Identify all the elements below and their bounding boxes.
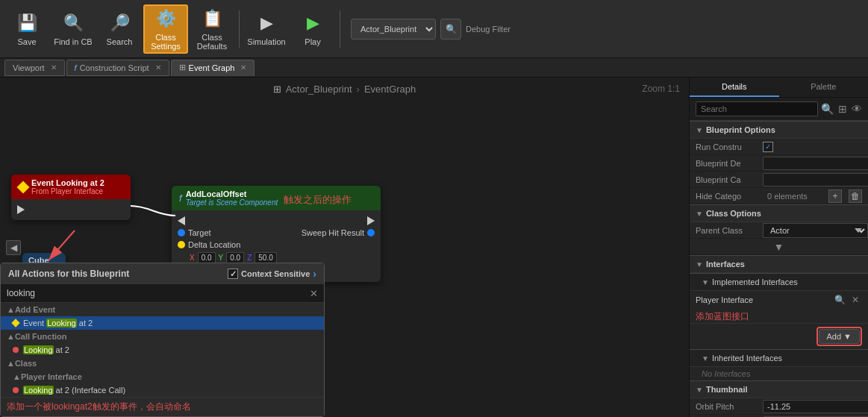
section-interfaces[interactable]: ▼ Interfaces xyxy=(690,255,868,273)
delta-in-pin xyxy=(178,241,185,248)
event-diamond-icon xyxy=(17,181,30,193)
addoffset-exec-row xyxy=(178,215,375,227)
simulation-icon: ▶ xyxy=(255,11,278,35)
addoffset-title: AddLocalOffset xyxy=(186,189,278,198)
debug-filter-area: Actor_Blueprint 🔍 Debug Filter xyxy=(351,19,511,40)
defaults-icon: 📋 xyxy=(200,7,224,31)
search-icon: 🔎 xyxy=(107,11,131,35)
tab-construction-close[interactable]: ✕ xyxy=(155,63,161,72)
interfaces-player-interface-row: Player Interface 🔍 ✕ xyxy=(690,291,868,309)
add-interface-button[interactable]: Add ▼ xyxy=(819,329,860,344)
prop-blueprint-ca: Blueprint Ca xyxy=(690,172,868,188)
debug-search-button[interactable]: 🔍 xyxy=(440,19,461,40)
tab-bar: Viewport ✕ f Construction Script ✕ ⊞ Eve… xyxy=(0,58,868,78)
settings-icon: ⚙️ xyxy=(154,7,178,31)
addoffset-subtitle: Target is Scene Component xyxy=(186,198,278,207)
section-thumbnail[interactable]: ▼ Thumbnail xyxy=(690,380,868,398)
details-eye-icon[interactable]: 👁 xyxy=(852,103,862,115)
main-area: ⊞ Actor_Blueprint › EventGraph Zoom 1:1 … xyxy=(0,78,868,417)
action-category-class: ▲Class xyxy=(1,357,324,370)
simulation-button[interactable]: ▶ Simulation xyxy=(244,4,289,54)
details-search: 🔍 ⊞ 👁 xyxy=(690,98,868,121)
tab-viewport[interactable]: Viewport ✕ xyxy=(4,60,65,76)
event-diamond-icon xyxy=(11,319,19,327)
action-item-looking-at-2[interactable]: Looking at 2 xyxy=(1,343,324,357)
exec-out-pin xyxy=(17,205,25,214)
play-button[interactable]: ▶ Play xyxy=(290,4,335,54)
action-category-call-function: ▲Call Function xyxy=(1,330,324,343)
section-inherited-interfaces[interactable]: ▼ Inherited Interfaces xyxy=(690,349,868,367)
blueprint-de-input[interactable] xyxy=(763,157,868,170)
hide-categ-add-button[interactable]: + xyxy=(828,189,842,203)
action-item-looking-interface-call[interactable]: Looking at 2 (Interface Call) xyxy=(1,383,324,397)
event-node-exec-row xyxy=(17,204,125,216)
action-panel-header: All Actions for this Blueprint ✓ Context… xyxy=(1,263,324,284)
prop-class-dropdown-arrow: ▼ xyxy=(690,239,868,255)
action-panel: All Actions for this Blueprint ✓ Context… xyxy=(0,263,325,417)
event-node-title: Event Looking at 2 xyxy=(31,178,104,187)
interface-remove-button[interactable]: ✕ xyxy=(849,293,862,307)
context-sensitive-checkbox[interactable]: ✓ xyxy=(228,269,238,279)
event-node[interactable]: Event Looking at 2 From Player Interface xyxy=(11,175,131,220)
section-implemented-interfaces[interactable]: ▼ Implemented Interfaces xyxy=(690,273,868,291)
sweep-hit-pin xyxy=(367,229,375,236)
action-list: ▲Add Event Event Looking at 2 ▲Call Func… xyxy=(1,303,324,397)
no-interfaces-label: No Interfaces xyxy=(690,367,868,380)
function-circle-icon xyxy=(13,347,19,353)
class-settings-button[interactable]: ⚙️ Class Settings xyxy=(143,4,188,54)
add-interfaces-row: Add ▼ xyxy=(690,323,868,349)
details-view-toggle[interactable]: ⊞ xyxy=(838,103,847,115)
canvas-nav-left[interactable]: ◀ xyxy=(6,240,21,255)
action-search-input[interactable] xyxy=(1,284,304,302)
run-constru-checkbox[interactable] xyxy=(763,142,773,152)
tab-details[interactable]: Details xyxy=(690,78,779,97)
details-search-icon[interactable]: 🔍 xyxy=(821,103,834,115)
right-panel: Details Palette 🔍 ⊞ 👁 ▼ Blueprint Option… xyxy=(689,78,868,417)
search-clear-button[interactable]: ✕ xyxy=(304,285,324,302)
breadcrumb: ⊞ Actor_Blueprint › EventGraph xyxy=(273,84,416,95)
event-node-subtitle: From Player Interface xyxy=(31,187,104,195)
addoffset-target-row: Target Sweep Hit Result xyxy=(178,227,375,239)
annotation-add-interface: 添加蓝图接口 xyxy=(690,309,868,323)
orbit-pitch-input[interactable] xyxy=(763,400,868,413)
annotation-trigger: 触发之后的操作 xyxy=(284,193,352,207)
prop-orbit-pitch: Orbit Pitch ↺ xyxy=(690,398,868,415)
class-defaults-button[interactable]: 📋 Class Defaults xyxy=(190,4,234,54)
interface-search-button[interactable]: 🔍 xyxy=(833,293,846,307)
blueprint-ca-input[interactable] xyxy=(763,173,868,186)
tab-event-graph-close[interactable]: ✕ xyxy=(240,63,246,72)
tab-construction-script[interactable]: f Construction Script ✕ xyxy=(66,60,169,76)
zoom-label: Zoom 1:1 xyxy=(642,84,680,94)
event-node-header: Event Looking at 2 From Player Interface xyxy=(11,175,131,199)
canvas-area[interactable]: ⊞ Actor_Blueprint › EventGraph Zoom 1:1 … xyxy=(0,78,689,417)
prop-blueprint-de: Blueprint De xyxy=(690,155,868,172)
prop-parent-class: Parent Class Actor xyxy=(690,222,868,239)
actor-blueprint-select[interactable]: Actor_Blueprint xyxy=(351,19,436,40)
parent-class-select[interactable]: Actor xyxy=(763,223,868,238)
find-in-cb-button[interactable]: 🔍 Find in CB xyxy=(51,4,96,54)
interface-circle-icon xyxy=(13,387,19,393)
separator xyxy=(239,10,240,48)
section-class-options[interactable]: ▼ Class Options xyxy=(690,204,868,222)
action-category-player-interface: ▲Player Interface xyxy=(1,370,324,383)
hide-categ-delete-button[interactable]: 🗑 xyxy=(849,189,862,203)
save-icon: 💾 xyxy=(15,11,39,35)
action-item-event-looking[interactable]: Event Looking at 2 xyxy=(1,316,324,330)
addoffset-delta-row: Delta Location xyxy=(178,239,375,251)
tab-palette[interactable]: Palette xyxy=(779,78,869,97)
save-button[interactable]: 💾 Save xyxy=(4,4,49,54)
find-icon: 🔍 xyxy=(61,11,85,35)
right-panel-tabs: Details Palette xyxy=(690,78,868,98)
details-search-input[interactable] xyxy=(696,101,818,116)
search-button[interactable]: 🔎 Search xyxy=(97,4,142,54)
section-blueprint-options[interactable]: ▼ Blueprint Options xyxy=(690,121,868,139)
target-in-pin xyxy=(178,229,185,236)
event-node-body xyxy=(11,199,131,220)
action-annotation: 添加一个被lookingat2触发的事件，会自动命名 xyxy=(1,397,324,416)
tab-event-graph[interactable]: ⊞ Event Graph ✕ xyxy=(171,60,255,76)
context-sensitive-check[interactable]: ✓ Context Sensitive › xyxy=(228,268,316,280)
tab-viewport-close[interactable]: ✕ xyxy=(51,63,57,72)
action-search-row[interactable]: ✕ xyxy=(1,284,324,303)
play-icon: ▶ xyxy=(301,11,325,35)
prop-hide-categ: Hide Catego 0 elements + 🗑 xyxy=(690,188,868,204)
